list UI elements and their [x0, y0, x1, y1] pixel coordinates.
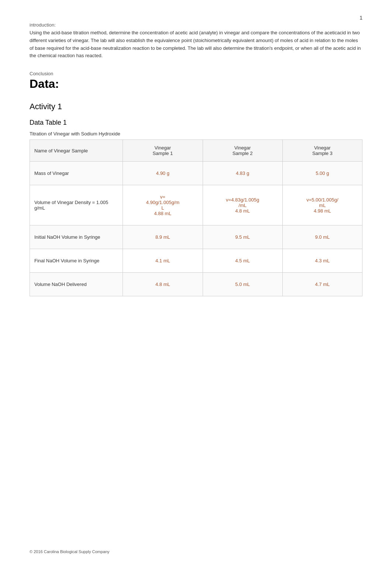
intro-label: introduction: [30, 22, 362, 28]
activity-heading: Activity 1 [30, 102, 362, 111]
cell-row1-col3: v=5.00/1.005g/ mL 4.98 mL [282, 185, 362, 225]
data-table: Name of Vinegar Sample VinegarSample 1 V… [30, 139, 362, 296]
cell-row2-col3: 9.0 mL [282, 225, 362, 249]
col-header-s2: VinegarSample 2 [203, 140, 282, 162]
cell-row1-col1: v= 4.90g/1.005g/m L 4.88 mL [123, 185, 203, 225]
table-row: Final NaOH Volume in Syringe4.1 mL4.5 mL… [30, 249, 362, 273]
intro-text: Using the acid-base titration method, de… [30, 29, 362, 60]
cell-row3-col3: 4.3 mL [282, 249, 362, 273]
col-header-s1: VinegarSample 1 [123, 140, 203, 162]
col-header-s3: VinegarSample 3 [282, 140, 362, 162]
cell-row4-col2: 5.0 mL [203, 273, 282, 296]
conclusion-label: Conclusion [30, 71, 362, 76]
cell-row0-col1: 4.90 g [123, 162, 203, 185]
table-row: Volume of Vinegar Density = 1.005 g/mLv=… [30, 185, 362, 225]
cell-row4-col3: 4.7 mL [282, 273, 362, 296]
cell-row0-col2: 4.83 g [203, 162, 282, 185]
cell-row1-col2: v=4.83g/1.005g /mL 4.8 mL [203, 185, 282, 225]
row-label: Final NaOH Volume in Syringe [30, 249, 123, 273]
table-caption: Titration of Vinegar with Sodium Hydroxi… [30, 131, 362, 137]
cell-row0-col3: 5.00 g [282, 162, 362, 185]
row-label: Mass of Vinegar [30, 162, 123, 185]
cell-row3-col1: 4.1 mL [123, 249, 203, 273]
cell-row2-col2: 9.5 mL [203, 225, 282, 249]
table-row: Volume NaOH Delivered4.8 mL5.0 mL4.7 mL [30, 273, 362, 296]
table-row: Mass of Vinegar4.90 g4.83 g5.00 g [30, 162, 362, 185]
cell-row3-col2: 4.5 mL [203, 249, 282, 273]
col-header-label: Name of Vinegar Sample [30, 140, 123, 162]
row-label: Initial NaOH Volume in Syringe [30, 225, 123, 249]
cell-row2-col1: 8.9 mL [123, 225, 203, 249]
data-heading: Data: [30, 77, 362, 91]
footer: © 2016 Carolina Biological Supply Compan… [30, 549, 110, 554]
intro-section: introduction: Using the acid-base titrat… [30, 22, 362, 60]
cell-row4-col1: 4.8 mL [123, 273, 203, 296]
page-number: 1 [360, 15, 362, 21]
datatable-heading: Data Table 1 [30, 119, 362, 127]
row-label: Volume of Vinegar Density = 1.005 g/mL [30, 185, 123, 225]
row-label: Volume NaOH Delivered [30, 273, 123, 296]
table-row: Initial NaOH Volume in Syringe8.9 mL9.5 … [30, 225, 362, 249]
